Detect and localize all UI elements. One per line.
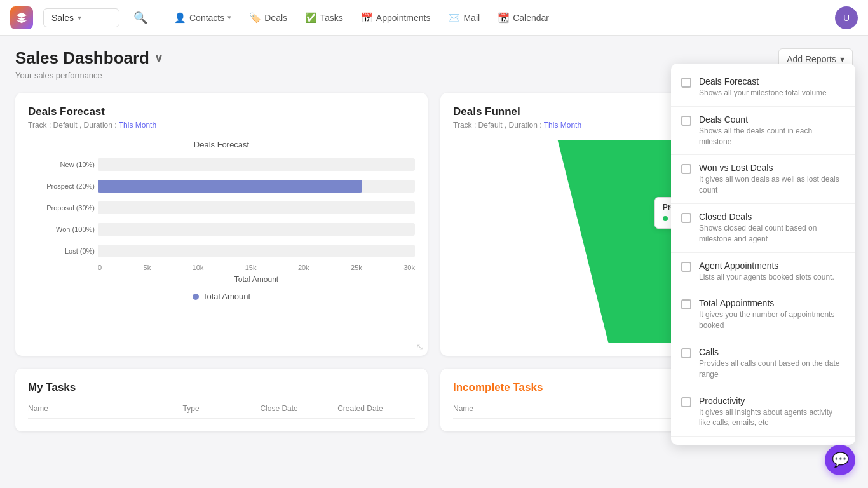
deals-forecast-title: Deals Forecast [28, 105, 415, 118]
report-item-deals-count[interactable]: Deals Count Shows all the deals count in… [671, 107, 855, 156]
bar-row: Proposal (30%) [98, 200, 415, 215]
deals-forecast-meta: Track : Default , Duration : This Month [28, 121, 415, 130]
bar-row: Lost (0%) [98, 243, 415, 259]
report-name-won-vs-lost: Won vs Lost Deals [699, 163, 845, 173]
report-info-deals-count: Deals Count Shows all the deals count in… [699, 114, 845, 147]
report-item-total-appointments[interactable]: Total Appointments It gives you the numb… [671, 290, 855, 339]
report-name-closed-deals: Closed Deals [699, 212, 845, 222]
page-title-chevron-icon[interactable]: ∨ [154, 51, 163, 65]
x-axis-ticks: 05k10k15k20k25k30k [98, 264, 415, 271]
report-desc-deals-forecast: Shows all your milestone total volume [699, 88, 827, 98]
page-title-area: Sales Dashboard ∨ Your sales performance [15, 48, 163, 80]
report-info-closed-deals: Closed Deals Shows closed deal count bas… [699, 212, 845, 245]
x-tick: 30k [403, 264, 415, 271]
report-checkbox-productivity[interactable] [681, 397, 691, 407]
report-name-calls: Calls [699, 347, 845, 357]
report-info-won-vs-lost: Won vs Lost Deals It gives all won deals… [699, 163, 845, 196]
deals-funnel-duration: This Month [544, 121, 581, 130]
report-name-productivity: Productivity [699, 396, 845, 406]
x-tick: 0 [98, 264, 102, 271]
report-desc-closed-deals: Shows closed deal count based on milesto… [699, 223, 845, 245]
bar-label-0: New (10%) [28, 161, 95, 168]
x-axis-label: Total Amount [98, 275, 415, 284]
report-item-deals-forecast[interactable]: Deals Forecast Shows all your milestone … [671, 69, 855, 107]
report-item-won-vs-lost[interactable]: Won vs Lost Deals It gives all won deals… [671, 155, 855, 204]
report-info-calls: Calls Provides all calls count based on … [699, 347, 845, 380]
bar-row: New (10%) [98, 157, 415, 172]
nav-item-deals[interactable]: 🏷️ Deals [241, 7, 295, 29]
add-reports-chevron-icon: ▾ [840, 54, 844, 64]
report-desc-agent-appointments: Lists all your agents booked slots count… [699, 272, 834, 283]
report-info-productivity: Productivity It gives all insights about… [699, 396, 845, 429]
x-tick: 20k [298, 264, 309, 271]
bar-track-1 [98, 180, 415, 193]
bar-row: Prospect (20%) [98, 179, 415, 194]
bar-track-2 [98, 201, 415, 214]
resize-handle-icon[interactable]: ⤡ [416, 342, 424, 352]
report-checkbox-agent-appointments[interactable] [681, 262, 691, 272]
search-button[interactable]: 🔍 [130, 7, 151, 29]
bar-track-3 [98, 223, 415, 236]
nav-item-contacts[interactable]: 👤 Contacts ▾ [166, 7, 239, 29]
report-checkbox-calls[interactable] [681, 348, 691, 358]
chart-legend: Total Amount [28, 292, 415, 301]
nav-item-mail[interactable]: ✉️ Mail [440, 7, 487, 29]
my-tasks-card: My Tasks Name Type Close Date Created Da… [15, 369, 428, 431]
col-created-date: Created Date [337, 404, 415, 413]
x-tick: 25k [351, 264, 362, 271]
bar-label-1: Prospect (20%) [28, 182, 95, 190]
report-item-sales-performance[interactable]: Sales Performance [671, 437, 855, 444]
x-tick: 15k [245, 264, 257, 271]
report-desc-calls: Provides all calls count based on the da… [699, 358, 845, 380]
report-checkbox-deals-forecast[interactable] [681, 78, 691, 88]
bar-track-0 [98, 158, 415, 171]
report-desc-total-appointments: It gives you the number of appointments … [699, 309, 845, 331]
nav-item-calendar[interactable]: 📆 Calendar [490, 7, 557, 29]
tooltip-dot-icon [663, 216, 668, 221]
col-name: Name [28, 404, 183, 413]
appointments-icon: 📅 [361, 12, 373, 24]
bar-fill-1 [98, 180, 362, 193]
page-subtitle: Your sales performance [15, 71, 163, 80]
nav-item-tasks[interactable]: ✅ Tasks [297, 7, 351, 29]
page-title: Sales Dashboard ∨ [15, 48, 163, 68]
my-tasks-title: My Tasks [28, 381, 415, 394]
report-desc-productivity: It gives all insights about agents activ… [699, 407, 845, 429]
report-name-deals-count: Deals Count [699, 114, 845, 125]
contacts-icon: 👤 [174, 12, 186, 24]
bar-row: Won (100%) [98, 222, 415, 237]
user-avatar[interactable]: U [835, 6, 858, 29]
report-checkbox-total-appointments[interactable] [681, 299, 691, 309]
nav-label-contacts: Contacts [189, 13, 224, 23]
report-checkbox-closed-deals[interactable] [681, 213, 691, 223]
bar-label-3: Won (100%) [28, 226, 95, 233]
report-checkbox-deals-count[interactable] [681, 116, 691, 126]
deals-forecast-duration: This Month [119, 121, 156, 130]
deals-forecast-card: Deals Forecast Track : Default , Duratio… [15, 93, 428, 356]
col-close-date: Close Date [260, 404, 337, 413]
report-item-calls[interactable]: Calls Provides all calls count based on … [671, 339, 855, 388]
report-info-agent-appointments: Agent Appointments Lists all your agents… [699, 261, 834, 283]
workspace-label: Sales [51, 13, 74, 23]
mail-icon: ✉️ [448, 12, 460, 24]
report-info-total-appointments: Total Appointments It gives you the numb… [699, 298, 845, 331]
my-tasks-table-header: Name Type Close Date Created Date [28, 404, 415, 419]
col-type: Type [183, 404, 261, 413]
nav-label-mail: Mail [463, 13, 480, 23]
bar-label-2: Proposal (30%) [28, 204, 95, 212]
workspace-selector[interactable]: Sales ▾ [43, 8, 119, 27]
report-item-closed-deals[interactable]: Closed Deals Shows closed deal count bas… [671, 204, 855, 253]
nav-item-appointments[interactable]: 📅 Appointments [353, 7, 438, 29]
tasks-icon: ✅ [305, 12, 317, 24]
bar-chart-title: Deals Forecast [28, 140, 415, 149]
topbar: Sales ▾ 🔍 👤 Contacts ▾ 🏷️ Deals ✅ Tasks … [0, 0, 868, 36]
report-name-total-appointments: Total Appointments [699, 298, 845, 308]
bar-label-4: Lost (0%) [28, 247, 95, 255]
report-item-productivity[interactable]: Productivity It gives all insights about… [671, 388, 855, 437]
report-item-agent-appointments[interactable]: Agent Appointments Lists all your agents… [671, 253, 855, 291]
app-logo[interactable] [10, 6, 33, 29]
report-desc-deals-count: Shows all the deals count in each milest… [699, 126, 845, 147]
bar-track-4 [98, 245, 415, 257]
legend-label: Total Amount [203, 292, 250, 301]
report-checkbox-won-vs-lost[interactable] [681, 164, 691, 174]
